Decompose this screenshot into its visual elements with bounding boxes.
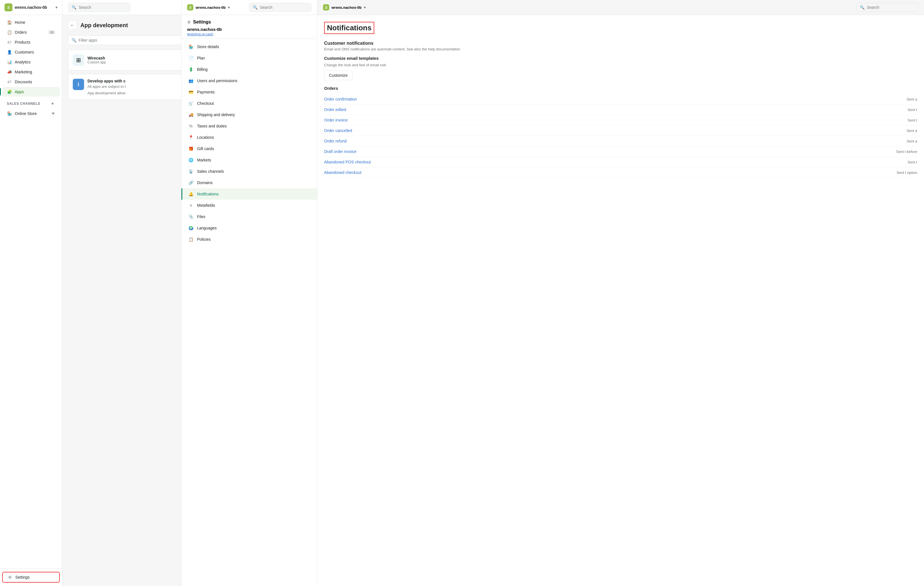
sidebar-item-marketing[interactable]: 📣 Marketing [2,67,60,77]
analytics-icon: 📊 [7,60,12,65]
settings-label-store-details: Store details [197,45,219,49]
settings-item-markets[interactable]: 🌐 Markets [182,154,317,166]
notification-link[interactable]: Order cancelled [324,128,352,133]
settings-gear-icon: ⚙ [187,20,191,24]
sidebar-label-customers: Customers [15,50,34,55]
settings-search-input[interactable] [260,5,282,10]
sidebar-item-apps[interactable]: 🧩 Apps [2,87,60,97]
sales-channels-label: Sales channels [7,102,40,106]
app-type: Custom app [87,60,106,64]
notification-link[interactable]: Draft order invoice [324,149,356,154]
settings-item-policies[interactable]: 📋 Policies [182,233,317,245]
settings-item-notifications[interactable]: 🔔 Notifications [182,188,317,200]
sidebar-item-home[interactable]: 🏠 Home [2,18,60,27]
orders-icon: 📋 [7,30,12,35]
sidebar-item-customers[interactable]: 👤 Customers [2,47,60,57]
channels-icon: 📡 [188,169,194,174]
checkout-icon: 🛒 [188,101,194,106]
settings-item-checkout[interactable]: 🛒 Checkout [182,98,317,109]
badge-orders: 16 [48,30,55,34]
settings-item-locations[interactable]: 📍 Locations [182,132,317,143]
sidebar-item-orders[interactable]: 📋 Orders 16 [2,28,60,37]
notification-status: Sent t [908,160,917,164]
store-icon: 🏪 [7,111,12,116]
store-dropdown-icon[interactable]: ▾ [56,5,58,10]
back-button[interactable]: ← [68,21,77,30]
settings-search-icon: 🔍 [253,5,257,10]
settings-label-gift-cards: Gift cards [197,146,214,151]
notification-status: Sent a [906,129,917,133]
notification-link[interactable]: Order invoice [324,118,348,122]
add-sales-channel-button[interactable]: + [50,101,55,106]
plan-icon: 📄 [188,55,194,61]
settings-search-box[interactable]: 🔍 [249,3,312,12]
sidebar-label-analytics: Analytics [15,60,31,64]
notification-link[interactable]: Abandoned POS checkout [324,160,371,164]
settings-item-taxes-duties[interactable]: % Taxes and duties [182,120,317,132]
sidebar-item-products[interactable]: 🏷 Products [2,37,60,47]
settings-label-billing: Billing [197,67,208,72]
settings-topbar-dropdown[interactable]: ▾ [228,5,230,10]
marketing-icon: 📣 [7,70,12,74]
settings-item-shipping-delivery[interactable]: 🚚 Shipping and delivery [182,109,317,120]
settings-item-metafields[interactable]: ≡ Metafields [182,200,317,211]
notif-dropdown[interactable]: ▾ [364,5,366,10]
settings-header: ⚙ Settings wrens.nachos-0b testshop.w.ca… [182,15,317,39]
settings-item-languages[interactable]: 🌍 Languages [182,222,317,233]
notification-row: Order invoice Sent t [324,115,917,126]
notif-search-box[interactable]: 🔍 [856,3,918,12]
settings-item-plan[interactable]: 📄 Plan [182,52,317,64]
customize-button[interactable]: Customize [324,71,352,80]
settings-topbar-store: wrens.nachos-0b [196,5,226,10]
settings-item-store-details[interactable]: 🏪 Store details [182,41,317,52]
settings-item-billing[interactable]: 💲 Billing [182,64,317,75]
sidebar-item-online-store[interactable]: 🏪 Online Store 👁 [2,109,60,118]
settings-item-files[interactable]: 📎 Files [182,211,317,222]
sidebar-store-name: wrens.nachos-0b [15,5,47,10]
settings-item-users-permissions[interactable]: 👥 Users and permissions [182,75,317,86]
search-input[interactable] [79,5,127,10]
notification-row: Order refund Sent a [324,136,917,146]
settings-item-domains[interactable]: 🔗 Domains [182,177,317,188]
settings-label-notifications: Notifications [197,192,219,196]
notif-search-input[interactable] [867,5,889,10]
notification-status: Sent t [908,108,917,112]
app-dev-title: App development [81,22,128,28]
sidebar-item-analytics[interactable]: 📊 Analytics [2,57,60,67]
settings-item-payments[interactable]: 💳 Payments [182,86,317,98]
payments-icon: 💳 [188,89,194,95]
eye-icon: 👁 [51,111,55,116]
filter-placeholder: Filter apps [79,38,97,43]
notif-search-icon: 🔍 [860,5,865,10]
sales-channels-section: Sales channels + [2,99,60,108]
sidebar-item-discounts[interactable]: 🏷 Discounts [2,77,60,87]
sidebar-label-marketing: Marketing [15,70,32,74]
settings-store-url[interactable]: testshop.w.cash [187,32,213,36]
markets-icon: 🌐 [188,157,194,163]
customers-icon: 👤 [7,50,12,55]
settings-label-checkout: Checkout [197,101,214,106]
bell-icon: 🔔 [188,191,194,197]
notification-link[interactable]: Abandoned checkout [324,170,361,175]
notification-row: Order edited Sent t [324,104,917,115]
develop-link: App development allow [87,91,126,95]
notification-row: Draft order invoice Sent t before [324,146,917,157]
domains-icon: 🔗 [188,180,194,185]
notification-link[interactable]: Order refund [324,139,346,143]
sidebar-label-home: Home [15,20,25,25]
notification-link[interactable]: Order confirmation [324,97,357,101]
languages-icon: 🌍 [188,225,194,231]
sidebar-label-apps: Apps [15,89,24,94]
notification-status: Sent a [906,97,917,101]
settings-button[interactable]: ⚙ Settings [2,572,60,583]
settings-nav: 🏪 Store details 📄 Plan 💲 Billing 👥 Users… [182,39,317,586]
notification-link[interactable]: Order edited [324,108,346,112]
products-icon: 🏷 [7,40,12,45]
settings-item-gift-cards[interactable]: 🎁 Gift cards [182,143,317,154]
notifications-panel: S wrens.nachos-0b ▾ 🔍 Notifications Cust… [317,0,924,586]
main-search-box[interactable]: 🔍 [68,3,130,12]
apps-icon: 🧩 [7,89,12,94]
customize-email-title: Customize email templates [324,56,917,61]
logo-icon: S [7,5,10,10]
settings-item-sales-channels[interactable]: 📡 Sales channels [182,166,317,177]
